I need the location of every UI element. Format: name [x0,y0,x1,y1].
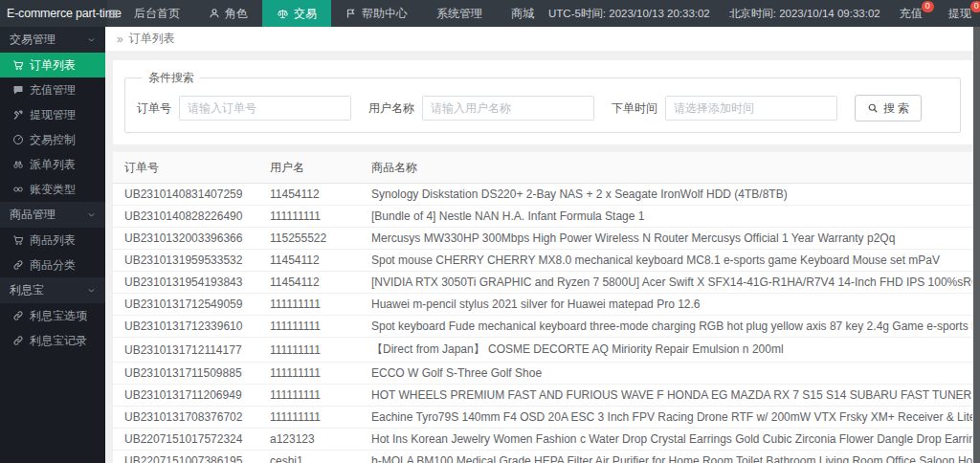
sidebar-item-order-list[interactable]: 订单列表 [0,53,105,77]
user-name-cell: a123123 [258,429,360,451]
order-number-cell: UB2310131959533532 [113,250,258,272]
link-icon [12,335,24,346]
cart-icon [12,59,24,71]
chevron-down-icon [87,35,96,44]
sidebar-item-withdraw-management[interactable]: 提现管理 [0,102,105,127]
sidebar-group-label: 交易管理 [10,32,56,48]
order-number-field: 订单号 [137,96,351,121]
breadcrumb: » 订单列表 [105,27,980,51]
recharge-link[interactable]: 充值 0 [900,0,935,27]
sidebar-item-label: 提现管理 [30,107,76,123]
condition-search-fieldset: 条件搜索 订单号 用户名称 下单时间 搜 索 [124,70,961,133]
nav-item-label: 角色 [225,6,248,22]
cart-icon [12,234,24,246]
sidebar-group-interest-treasure[interactable]: 利息宝 [0,277,105,303]
nav-item-trade[interactable]: 交易 [262,0,331,27]
gauge-icon [12,134,24,145]
nav-item-role[interactable]: 角色 [194,0,262,27]
table-row: UB2310131712114177 111111111 【Direct fro… [113,338,972,363]
beijing-time: 北京时间: 2023/10/14 09:33:02 [729,0,880,27]
table-header-row: 订单号 用户名 商品名称 [113,152,972,184]
nav-item-dashboard[interactable]: 后台首页 [120,0,194,27]
table-row: UB2310131711509885 111111111 ECCO W Golf… [113,363,972,385]
product-name-cell: Hot Ins Korean Jewelry Women Fashion c W… [360,429,972,451]
nav-item-help-center[interactable]: 帮助中心 [331,0,422,27]
withdraw-link[interactable]: 提现 0 [948,0,980,27]
sidebar-item-product-category[interactable]: 商品分类 [0,253,105,277]
nav-item-system-management[interactable]: 系统管理 [422,0,497,27]
table-row: UB2310131712339610 111111111 Spot keyboa… [113,316,972,338]
claw-icon [12,109,24,121]
order-number-cell: UB2310132003396366 [113,228,258,250]
recharge-badge: 0 [922,1,934,12]
user-name-label: 用户名称 [368,100,414,117]
product-name-cell: Mercusys MW330HP 300Mbps High Power Wire… [360,228,972,250]
order-number-cell: UB2310131711509885 [113,363,258,385]
sidebar-item-trade-control[interactable]: 交易控制 [0,127,105,152]
order-number-cell: UB2207151017572324 [113,429,258,451]
user-name-cell: 11454112 [258,184,360,206]
hamburger-menu-icon[interactable] [107,0,120,27]
table-row: UB2310131954193843 11454112 [NVIDIA RTX … [113,272,972,294]
table-row: UB2310140828226490 111111111 [Bundle of … [113,206,972,228]
infinity-icon [12,184,24,195]
table-row: UB2310131708376702 111111111 Eachine Tyr… [113,407,972,429]
order-time-input[interactable] [665,96,837,121]
order-time-label: 下单时间 [612,100,657,117]
nav-item-label: 交易 [294,6,317,22]
table-row: UB2310132003396366 115255522 Mercusys MW… [113,228,972,250]
nav-item-mall[interactable]: 商城 [497,0,548,27]
nav-item-label: 帮助中心 [362,6,408,22]
table-row: UB2310131959533532 11454112 Spot mouse C… [113,250,972,272]
order-number-cell: UB2310131712114177 [113,338,258,363]
order-number-input[interactable] [179,96,351,121]
order-number-cell: UB2207151007386195 [113,451,258,463]
nav-item-label: 系统管理 [436,6,482,22]
sidebar-item-label: 商品分类 [30,257,76,274]
sidebar-item-interest-options[interactable]: 利息宝选项 [0,303,105,328]
sidebar-group-trade-management[interactable]: 交易管理 [0,27,105,53]
search-button[interactable]: 搜 索 [855,95,922,121]
link-icon [12,310,24,321]
utc-time: UTC-5时间: 2023/10/13 20:33:02 [548,0,710,27]
table-row: UB2207151007386195 ceshi1 b-MOLA BM100 M… [113,451,972,463]
user-name-input[interactable] [422,96,594,121]
order-number-label: 订单号 [137,100,171,117]
user-name-cell: 115255522 [258,228,360,250]
user-name-cell: 11454112 [258,250,360,272]
flag-icon [345,8,357,19]
product-name-cell: Spot keyboard Fude mechanical keyboard t… [360,316,972,338]
nav-item-label: 后台首页 [134,6,180,22]
column-header-user-name: 用户名 [258,152,360,184]
sidebar-item-dispatch-list[interactable]: 派单列表 [0,152,105,177]
sidebar-item-recharge-management[interactable]: 充值管理 [0,77,105,102]
scale-icon [277,8,289,20]
column-header-order-number: 订单号 [113,152,258,184]
table-row: UB2310131711206949 111111111 HOT WHEELS … [113,385,972,407]
recharge-label: 充值 [900,5,923,22]
chevron-down-icon [87,210,96,219]
comment-icon [12,84,24,96]
product-name-cell: HOT WHEELS PREMIUM FAST AND FURIOUS WAVE… [360,385,972,407]
user-icon [209,8,220,19]
sidebar-item-interest-records[interactable]: 利息宝记录 [0,328,105,353]
search-panel: 条件搜索 订单号 用户名称 下单时间 搜 索 [113,60,972,144]
breadcrumb-label: 订单列表 [129,31,175,47]
sidebar-group-product-management[interactable]: 商品管理 [0,202,105,228]
table-row: UB2207151017572324 a123123 Hot Ins Korea… [113,429,972,451]
double-chevron-icon: » [117,33,123,46]
column-header-product-name: 商品名称 [360,152,972,184]
user-name-cell: 11454112 [258,272,360,294]
vertical-scrollbar[interactable] [973,27,980,463]
product-name-cell: [Bundle of 4] Nestle NAN H.A. Infant For… [360,206,972,228]
user-name-cell: 111111111 [258,338,360,363]
table-row: UB2310140831407259 11454112 Synology Dis… [113,184,972,206]
user-name-cell: 111111111 [258,407,360,429]
sidebar-item-account-change-type[interactable]: 账变类型 [0,177,105,202]
sidebar-item-product-list[interactable]: 商品列表 [0,228,105,253]
order-number-cell: UB2310131708376702 [113,407,258,429]
user-name-cell: 111111111 [258,363,360,385]
binoculars-icon [12,159,24,170]
user-name-field: 用户名称 [368,96,594,121]
condition-search-legend: 条件搜索 [143,70,200,86]
